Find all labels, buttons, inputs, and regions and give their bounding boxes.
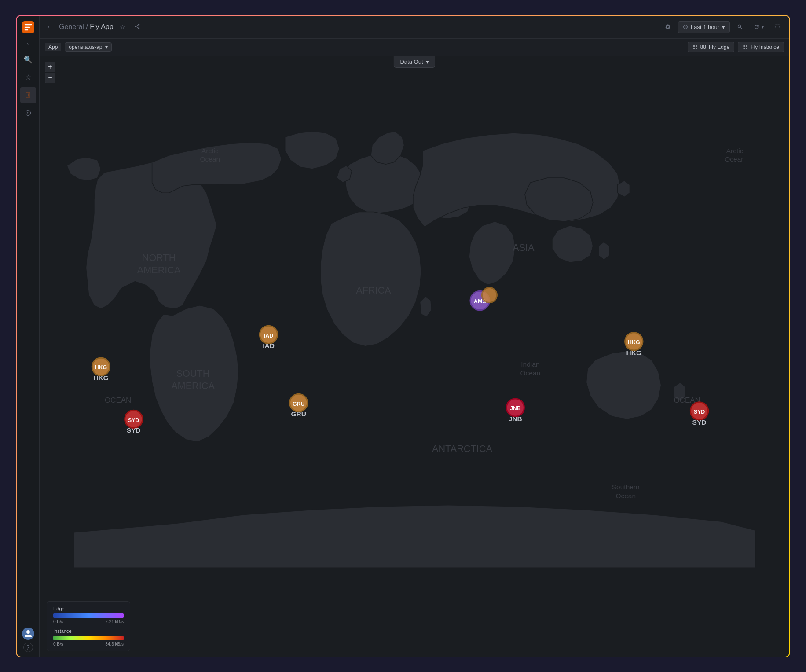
svg-text:AFRICA: AFRICA — [356, 285, 391, 296]
svg-rect-5 — [744, 45, 745, 47]
map-legend: Edge 0 B/s 7.21 kB/s Instance 0 B/s 34.3… — [47, 601, 130, 651]
breadcrumb: General / Fly App — [59, 23, 114, 31]
sidebar-item-explore[interactable]: ◎ — [20, 105, 36, 121]
time-range-selector[interactable]: Last 1 hour ▾ — [678, 21, 730, 33]
svg-rect-1 — [693, 45, 695, 47]
svg-text:AMERICA: AMERICA — [171, 380, 215, 391]
legend-edge-title: Edge — [53, 606, 124, 611]
svg-text:HKG: HKG — [95, 364, 107, 371]
time-range-label: Last 1 hour — [691, 24, 719, 30]
svg-text:Ocean: Ocean — [615, 492, 636, 499]
sidebar-item-starred[interactable]: ☆ — [20, 70, 36, 85]
svg-text:JNB: JNB — [509, 415, 522, 422]
data-out-chevron: ▾ — [426, 59, 429, 65]
favorite-button[interactable]: ☆ — [117, 22, 128, 32]
svg-text:Southern: Southern — [612, 483, 640, 491]
svg-text:Ocean: Ocean — [725, 155, 745, 162]
svg-point-35 — [482, 287, 497, 302]
legend-instance-labels: 0 B/s 34.3 kB/s — [53, 642, 124, 646]
back-button[interactable]: ← — [45, 21, 55, 33]
svg-text:Ocean: Ocean — [200, 155, 220, 162]
svg-text:NORTH: NORTH — [142, 252, 176, 263]
svg-text:SYD: SYD — [692, 418, 707, 426]
breadcrumb-page: Fly App — [90, 23, 113, 30]
main-content: ← General / Fly App ☆ — [40, 16, 789, 657]
legend-instance-min: 0 B/s — [53, 642, 63, 646]
legend-edge-bar — [53, 613, 124, 618]
topbar-right: Last 1 hour ▾ ▾ — [661, 21, 784, 33]
app-filter-chevron: ▾ — [105, 44, 108, 50]
zoom-out-button[interactable] — [733, 22, 747, 32]
svg-text:IAD: IAD — [263, 342, 275, 349]
svg-text:Arctic: Arctic — [726, 147, 744, 154]
sidebar-item-search[interactable]: 🔍 — [20, 52, 36, 68]
svg-text:ASIA: ASIA — [513, 242, 535, 253]
svg-rect-7 — [744, 48, 745, 49]
fly-instance-toggle[interactable]: Fly Instance — [738, 42, 784, 52]
svg-text:GRU: GRU — [291, 410, 306, 418]
legend-edge-section: Edge 0 B/s 7.21 kB/s — [53, 606, 124, 624]
sidebar-collapse-btn[interactable]: › — [20, 39, 36, 49]
sidebar: › 🔍 ☆ ⊞ ◎ ? — [17, 16, 40, 657]
map-controls: + − — [45, 62, 55, 83]
svg-text:AMERICA: AMERICA — [137, 264, 181, 275]
app-frame: › 🔍 ☆ ⊞ ◎ ? ← General / Fly App ☆ — [16, 15, 790, 657]
fly-edge-label: Fly Edge — [709, 44, 729, 50]
app-label: App — [45, 43, 61, 51]
legend-edge-max: 7.21 kB/s — [105, 619, 124, 624]
view-mode-button[interactable] — [771, 22, 784, 32]
subtoolbar: App openstatus-api ▾ 88 Fly Edge Fly — [40, 39, 789, 56]
svg-text:SYD: SYD — [128, 417, 139, 423]
svg-text:HKG: HKG — [626, 349, 641, 356]
svg-text:GRU: GRU — [293, 400, 305, 407]
sidebar-item-help[interactable]: ? — [23, 643, 33, 652]
svg-text:SYD: SYD — [694, 409, 705, 415]
fly-instance-label: Fly Instance — [751, 44, 779, 50]
legend-instance-max: 34.3 kB/s — [105, 642, 124, 646]
svg-text:Arctic: Arctic — [202, 147, 219, 154]
svg-text:JNB: JNB — [510, 405, 521, 411]
time-range-chevron: ▾ — [722, 24, 725, 30]
world-map-svg: NORTH AMERICA SOUTH AMERICA AFRICA ASIA … — [40, 56, 789, 657]
svg-text:SOUTH: SOUTH — [176, 368, 210, 379]
map-zoom-in[interactable]: + — [45, 62, 55, 72]
legend-edge-labels: 0 B/s 7.21 kB/s — [53, 619, 124, 624]
refresh-button[interactable]: ▾ — [750, 22, 767, 32]
app-logo[interactable] — [20, 19, 36, 35]
svg-text:HKG: HKG — [628, 339, 640, 345]
map-zoom-out[interactable]: − — [45, 73, 55, 83]
sidebar-bottom: ? — [22, 628, 34, 653]
svg-text:IAD: IAD — [264, 332, 273, 338]
svg-text:Ocean: Ocean — [520, 369, 541, 377]
svg-rect-2 — [696, 45, 697, 47]
share-button[interactable] — [132, 22, 143, 33]
data-out-label: Data Out — [400, 59, 423, 65]
app-filter-dropdown[interactable]: openstatus-api ▾ — [65, 42, 112, 52]
fly-edge-count: 88 — [700, 44, 706, 50]
fly-edge-toggle[interactable]: 88 Fly Edge — [688, 42, 735, 52]
app-filter-value: openstatus-api — [69, 44, 103, 50]
svg-text:HKG: HKG — [93, 374, 108, 382]
sidebar-item-dashboard[interactable]: ⊞ — [20, 87, 36, 103]
legend-edge-min: 0 B/s — [53, 619, 63, 624]
svg-rect-3 — [693, 48, 695, 49]
svg-text:OCEAN: OCEAN — [105, 396, 132, 404]
data-out-dropdown[interactable]: Data Out ▾ — [393, 56, 435, 68]
world-map: Data Out ▾ + − — [40, 56, 789, 657]
svg-rect-6 — [746, 45, 747, 47]
svg-rect-4 — [696, 48, 697, 49]
topbar: ← General / Fly App ☆ — [40, 16, 789, 39]
subtoolbar-right: 88 Fly Edge Fly Instance — [688, 42, 784, 52]
legend-instance-bar — [53, 636, 124, 640]
svg-text:SYD: SYD — [127, 426, 141, 434]
breadcrumb-base: General — [59, 23, 84, 30]
settings-button[interactable] — [661, 22, 674, 32]
svg-rect-8 — [746, 48, 747, 49]
svg-text:Indian: Indian — [521, 360, 539, 368]
breadcrumb-separator: / — [86, 23, 90, 30]
user-avatar[interactable] — [22, 628, 34, 640]
svg-text:ANTARCTICA: ANTARCTICA — [432, 443, 492, 454]
legend-instance-title: Instance — [53, 628, 124, 634]
legend-instance-section: Instance 0 B/s 34.3 kB/s — [53, 628, 124, 646]
